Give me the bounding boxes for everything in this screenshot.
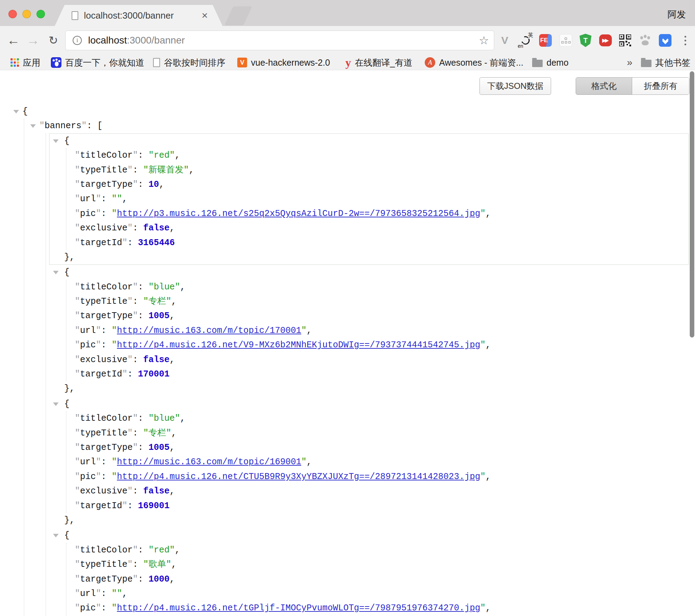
json-key: targetType xyxy=(80,574,133,584)
info-icon[interactable]: i xyxy=(73,36,82,45)
json-link[interactable]: http://p3.music.126.net/s25q2x5QyqsAzilC… xyxy=(117,209,480,219)
json-link[interactable]: http://p4.music.126.net/V9-MXz6b2MNhEKju… xyxy=(117,340,480,350)
json-line: "pic": "http://p3.music.126.net/s25q2x5Q… xyxy=(66,207,688,221)
fe-helper-icon[interactable]: FE xyxy=(538,33,552,47)
bookmark-vue-hackernews[interactable]: V vue-hackernews-2.0 xyxy=(237,55,330,70)
json-line: "targetId": 3165446 xyxy=(66,236,688,250)
json-array-item[interactable]: {"titleColor": "blue","typeTitle": "专栏",… xyxy=(49,265,689,397)
json-link[interactable]: http://p4.music.126.net/tGPljf-IMOCyPvum… xyxy=(117,603,480,613)
json-key: url xyxy=(80,194,96,204)
vue-icon: V xyxy=(237,58,247,67)
awesomes-icon: A xyxy=(425,57,435,68)
json-value: "歌单" xyxy=(143,559,171,570)
bookmarks-overflow-chevron[interactable]: » xyxy=(627,55,633,70)
json-line: { xyxy=(49,397,688,411)
thunder-download-icon[interactable] xyxy=(658,33,672,47)
json-link[interactable]: http://music.163.com/m/topic/170001 xyxy=(117,326,301,336)
json-array-item[interactable]: {"titleColor": "blue","typeTitle": "专栏",… xyxy=(49,397,689,528)
address-bar[interactable]: i localhost:3000/banner ☆ xyxy=(65,31,494,50)
json-value: 1000 xyxy=(148,574,170,584)
qr-code-icon[interactable] xyxy=(618,33,632,47)
json-line: "url": "", xyxy=(66,586,688,601)
json-key: targetId xyxy=(80,501,122,511)
bookmark-folder-other[interactable]: 其他书签 xyxy=(641,55,690,70)
json-key: url xyxy=(80,589,96,599)
json-link[interactable]: http://p4.music.126.net/CTU5B9R9y3XyYBZX… xyxy=(117,472,480,482)
url-text[interactable]: localhost:3000/banner xyxy=(88,35,479,46)
json-value: "" xyxy=(112,589,122,599)
bookmark-baidu[interactable]: 百度一下，你就知道 xyxy=(51,55,144,70)
fast-forward-icon[interactable]: ▶▶ xyxy=(598,33,613,47)
bookmark-star-icon[interactable]: ☆ xyxy=(479,34,489,47)
json-line: "typeTitle": "新碟首发", xyxy=(66,163,688,177)
bookmark-youdao[interactable]: y 在线翻译_有道 xyxy=(345,55,412,70)
vertical-scrollbar[interactable] xyxy=(690,71,694,338)
json-key: typeTitle xyxy=(80,559,127,570)
collapse-toggle-icon[interactable] xyxy=(53,139,59,143)
profile-name[interactable]: 阿发 xyxy=(668,8,686,21)
fullscreen-window-button[interactable] xyxy=(37,10,45,18)
bookmark-folder-demo[interactable]: demo xyxy=(532,55,569,70)
close-window-button[interactable] xyxy=(8,10,17,18)
new-tab-button[interactable] xyxy=(224,6,252,25)
tab-close-icon[interactable]: × xyxy=(201,10,208,21)
json-array-item[interactable]: {"titleColor": "red","typeTitle": "新碟首发"… xyxy=(49,133,689,265)
bookmark-awesomes[interactable]: A Awesomes - 前端资... xyxy=(425,55,523,70)
json-key: exclusive xyxy=(80,223,127,233)
translate-icon[interactable]: 英en xyxy=(518,33,532,47)
json-line: "exclusive": false, xyxy=(66,484,688,498)
collapse-toggle-icon[interactable] xyxy=(53,534,59,537)
vue-devtools-icon[interactable]: V xyxy=(498,33,512,47)
sitemap-icon[interactable] xyxy=(559,33,573,47)
json-value: 1005 xyxy=(148,311,170,321)
json-line: "exclusive": false, xyxy=(66,221,688,235)
json-value: 169001 xyxy=(138,501,170,511)
collapse-toggle-icon[interactable] xyxy=(13,110,19,113)
collapse-toggle-icon[interactable] xyxy=(30,124,36,128)
folder-icon xyxy=(532,60,543,67)
json-line: "targetType": 1005, xyxy=(66,309,688,323)
json-value: 170001 xyxy=(138,369,170,379)
forward-icon[interactable]: → xyxy=(24,26,42,55)
format-button[interactable]: 格式化 xyxy=(576,78,632,94)
json-value: "blue" xyxy=(148,413,180,424)
json-key: typeTitle xyxy=(80,296,127,307)
json-line: "url": "http://music.163.com/m/topic/170… xyxy=(66,323,688,338)
json-value: false xyxy=(143,223,170,233)
json-array-item[interactable]: {"titleColor": "red","typeTitle": "歌单","… xyxy=(49,528,689,616)
json-line: { xyxy=(49,265,688,280)
collapse-toggle-icon[interactable] xyxy=(53,402,59,406)
json-key: pic xyxy=(80,603,96,613)
json-line: "exclusive": false, xyxy=(66,353,688,367)
bookmark-label: 在线翻译_有道 xyxy=(355,57,412,68)
browser-tab[interactable]: localhost:3000/banner × xyxy=(55,5,223,26)
json-line: }, xyxy=(49,250,688,264)
bookmark-label: Awesomes - 前端资... xyxy=(439,57,523,68)
download-json-button[interactable]: 下载JSON数据 xyxy=(479,77,551,95)
json-link[interactable]: http://music.163.com/m/topic/169001 xyxy=(117,457,301,467)
tampermonkey-icon[interactable]: T xyxy=(578,33,593,47)
json-line: "targetId": 170001 xyxy=(66,367,688,381)
reload-icon[interactable]: ↻ xyxy=(44,26,62,55)
bookmark-google-sort[interactable]: 谷歌按时间排序 xyxy=(153,55,225,70)
bookmark-label: 百度一下，你就知道 xyxy=(65,57,144,68)
json-key: exclusive xyxy=(80,355,127,365)
page-icon xyxy=(153,58,160,67)
json-line: "typeTitle": "专栏", xyxy=(66,426,688,440)
collapse-toggle-icon[interactable] xyxy=(53,271,59,274)
json-line: { xyxy=(0,104,695,119)
view-mode-button-group: 格式化 折叠所有 xyxy=(576,77,689,95)
bookmark-apps[interactable]: 应用 xyxy=(11,55,40,70)
menu-dots-icon[interactable] xyxy=(678,33,692,47)
collapse-all-button[interactable]: 折叠所有 xyxy=(632,78,689,94)
json-line: "titleColor": "red", xyxy=(66,543,688,557)
json-key: targetType xyxy=(80,443,133,453)
json-value: "新碟首发" xyxy=(143,165,189,175)
minimize-window-button[interactable] xyxy=(22,10,31,18)
paw-icon[interactable] xyxy=(638,33,652,47)
json-line: "targetType": 1000, xyxy=(66,572,688,586)
bookmark-label: 其他书签 xyxy=(655,57,690,68)
back-icon[interactable]: ← xyxy=(4,26,22,55)
json-key: pic xyxy=(80,340,96,350)
json-value: 1005 xyxy=(148,443,170,453)
